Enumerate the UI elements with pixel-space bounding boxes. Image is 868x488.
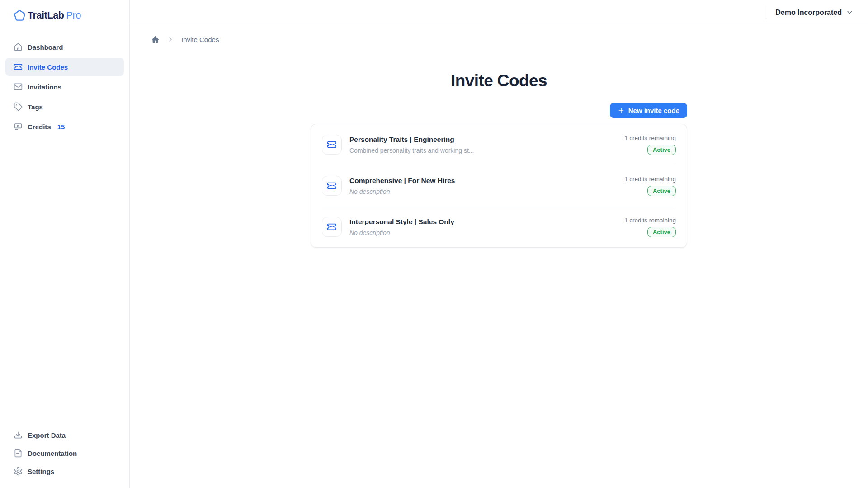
ticket-icon-box (322, 217, 342, 237)
breadcrumb: Invite Codes (130, 25, 868, 43)
invite-code-row[interactable]: Comprehensive | For New Hires No descrip… (311, 165, 687, 206)
credits-count-badge: 15 (57, 123, 65, 131)
toolbar: New invite code (311, 103, 687, 118)
invite-code-meta: 1 credits remaining Active (624, 217, 676, 237)
gear-icon (14, 467, 23, 476)
ticket-icon (327, 140, 337, 150)
plus-icon (618, 107, 625, 114)
new-invite-code-button[interactable]: New invite code (610, 103, 687, 118)
invite-code-meta: 1 credits remaining Active (624, 135, 676, 155)
chevron-down-icon (846, 9, 854, 16)
invite-code-description: No description (349, 229, 624, 236)
invite-code-row[interactable]: Interpersonal Style | Sales Only No desc… (311, 206, 687, 247)
sidebar-item-label: Documentation (28, 450, 77, 457)
ticket-icon-box (322, 176, 342, 196)
sidebar-item-label: Export Data (28, 432, 66, 439)
invite-code-title: Interpersonal Style | Sales Only (349, 218, 624, 226)
brand-suffix: Pro (66, 10, 81, 21)
invite-code-description: No description (349, 188, 624, 195)
sidebar-item-label: Credits (28, 123, 51, 131)
pentagon-logo-icon (14, 9, 26, 22)
invite-code-row[interactable]: Personality Traits | Engineering Combine… (311, 124, 687, 165)
main-area: Demo Incorporated Invite Codes Invite Co… (130, 0, 868, 488)
credits-remaining-label: 1 credits remaining (624, 135, 676, 141)
invite-code-info: Personality Traits | Engineering Combine… (349, 136, 624, 154)
invite-code-title: Personality Traits | Engineering (349, 136, 624, 144)
sidebar-item-label: Dashboard (28, 43, 63, 51)
sidebar-item-invitations[interactable]: Invitations (5, 78, 124, 96)
sidebar-item-tags[interactable]: Tags (5, 98, 124, 116)
footer-nav: Export Data Documentation Settings (0, 426, 129, 488)
sidebar-item-invite-codes[interactable]: Invite Codes (5, 58, 124, 76)
brand-logo[interactable]: TraitLab Pro (0, 0, 129, 22)
download-icon (14, 431, 23, 440)
main-nav: Dashboard Invite Codes Invitations Tags … (0, 38, 129, 137)
org-switcher[interactable]: Demo Incorporated (775, 9, 854, 17)
page-title: Invite Codes (130, 71, 868, 90)
topbar-divider (766, 7, 766, 19)
ticket-icon (14, 62, 23, 71)
brand-name: TraitLab (28, 10, 64, 21)
invite-codes-card: Personality Traits | Engineering Combine… (311, 124, 687, 248)
sidebar-item-settings[interactable]: Settings (5, 462, 124, 480)
breadcrumb-current: Invite Codes (181, 36, 219, 43)
ticket-icon (327, 222, 337, 232)
org-name: Demo Incorporated (775, 9, 842, 17)
invite-code-meta: 1 credits remaining Active (624, 176, 676, 196)
ticket-icon (327, 181, 337, 191)
sidebar-item-credits[interactable]: Credits 15 (5, 117, 124, 136)
mail-icon (14, 82, 23, 91)
ticket-icon-box (322, 135, 342, 155)
sidebar-item-label: Invite Codes (28, 63, 68, 71)
status-badge: Active (647, 145, 676, 155)
document-icon (14, 449, 23, 458)
sidebar-item-documentation[interactable]: Documentation (5, 444, 124, 462)
home-icon (14, 42, 23, 52)
credits-remaining-label: 1 credits remaining (624, 217, 676, 224)
invite-code-description: Combined personality traits and working … (349, 147, 624, 154)
invite-code-info: Interpersonal Style | Sales Only No desc… (349, 218, 624, 236)
new-invite-code-label: New invite code (628, 107, 679, 114)
sidebar-item-label: Invitations (28, 83, 61, 91)
home-breadcrumb-icon[interactable] (151, 35, 160, 44)
invite-code-info: Comprehensive | For New Hires No descrip… (349, 177, 624, 195)
status-badge: Active (647, 186, 676, 196)
topbar: Demo Incorporated (130, 0, 868, 25)
sidebar-item-dashboard[interactable]: Dashboard (5, 38, 124, 56)
sidebar-spacer (0, 137, 129, 426)
sidebar-item-export-data[interactable]: Export Data (5, 426, 124, 444)
tag-icon (14, 102, 23, 111)
sidebar-item-label: Tags (28, 103, 43, 111)
chevron-right-icon (167, 36, 174, 43)
sidebar-item-label: Settings (28, 468, 54, 475)
credits-remaining-label: 1 credits remaining (624, 176, 676, 183)
invite-code-title: Comprehensive | For New Hires (349, 177, 624, 185)
banknote-icon (14, 122, 23, 131)
sidebar: TraitLab Pro Dashboard Invite Codes Invi… (0, 0, 130, 488)
status-badge: Active (647, 227, 676, 237)
